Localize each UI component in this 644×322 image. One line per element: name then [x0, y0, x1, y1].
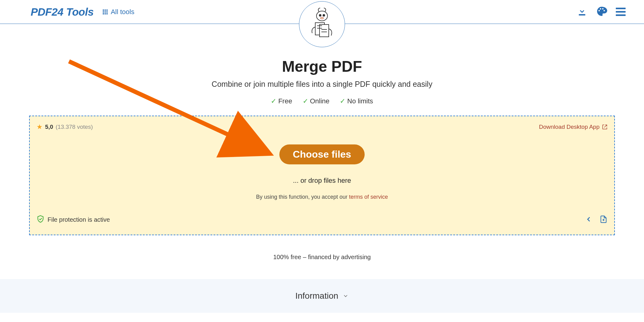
page-title: Merge PDF	[0, 58, 644, 75]
feature-bullets: ✓Free ✓Online ✓No limits	[0, 97, 644, 105]
check-icon: ✓	[340, 97, 345, 105]
brand-logo[interactable]: PDF24 Tools	[31, 6, 94, 18]
dropzone-center: Choose files ... or drop files here By u…	[36, 144, 608, 200]
file-dropzone[interactable]: ★ 5,0 (13.378 votes) Download Desktop Ap…	[29, 116, 615, 235]
svg-point-0	[316, 11, 328, 21]
check-icon: ✓	[271, 97, 276, 105]
shield-icon	[36, 215, 44, 224]
rating-score: 5,0	[45, 124, 53, 130]
svg-rect-5	[320, 25, 329, 37]
check-icon: ✓	[303, 97, 308, 105]
tos-link[interactable]: terms of service	[349, 194, 388, 200]
information-label: Information	[295, 291, 338, 301]
palette-icon[interactable]	[596, 6, 607, 18]
tos-prefix: By using this function, you accept our	[256, 194, 349, 200]
menu-icon[interactable]	[616, 8, 626, 16]
rating[interactable]: ★ 5,0 (13.378 votes)	[36, 123, 93, 131]
chevron-left-icon[interactable]	[585, 216, 592, 224]
mascot-logo	[299, 1, 345, 47]
bullet-online: ✓Online	[303, 97, 330, 105]
all-tools-label: All tools	[111, 8, 134, 16]
dropzone-bottom-row: File protection is active	[36, 215, 608, 224]
external-link-icon	[602, 124, 608, 130]
ad-note: 100% free – financed by advertising	[0, 254, 644, 261]
chevron-down-icon	[343, 293, 349, 299]
file-protection-status: File protection is active	[36, 215, 110, 224]
download-desktop-link[interactable]: Download Desktop App	[539, 124, 608, 130]
download-icon[interactable]	[577, 6, 588, 18]
header-actions	[577, 6, 626, 18]
dropzone-top-row: ★ 5,0 (13.378 votes) Download Desktop Ap…	[36, 123, 608, 131]
bullet-free: ✓Free	[271, 97, 292, 105]
dropzone-wrapper: ★ 5,0 (13.378 votes) Download Desktop Ap…	[0, 105, 644, 235]
grid-icon	[103, 10, 108, 14]
drop-hint: ... or drop files here	[36, 177, 608, 185]
tos-line: By using this function, you accept our t…	[36, 194, 608, 200]
information-toggle[interactable]: Information	[0, 279, 644, 313]
dropzone-actions	[585, 215, 608, 224]
rating-votes: (13.378 votes)	[56, 124, 93, 130]
svg-point-1	[319, 14, 321, 16]
page-subtitle: Combine or join multiple files into a si…	[0, 80, 644, 89]
choose-files-button[interactable]: Choose files	[279, 144, 365, 164]
svg-point-2	[323, 14, 325, 16]
star-icon: ★	[36, 123, 43, 131]
add-file-icon[interactable]	[600, 215, 608, 224]
bullet-nolimits: ✓No limits	[340, 97, 373, 105]
protection-label: File protection is active	[48, 216, 110, 223]
desktop-link-label: Download Desktop App	[539, 124, 600, 130]
svg-point-3	[320, 17, 324, 19]
all-tools-link[interactable]: All tools	[103, 8, 134, 16]
header: PDF24 Tools All tools	[0, 0, 644, 24]
